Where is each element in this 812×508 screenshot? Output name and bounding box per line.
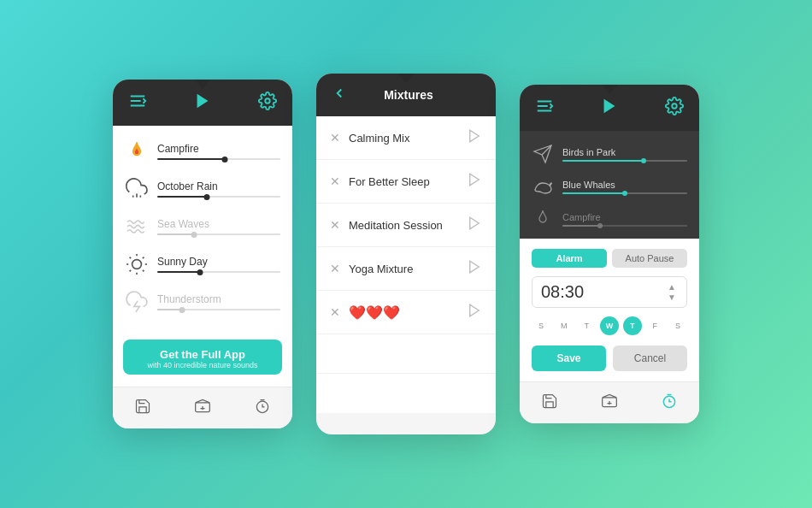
mix-item-empty-1 xyxy=(316,334,496,374)
remove-sleep-mix[interactable]: ✕ xyxy=(330,174,340,188)
thunderstorm-name: Thunderstorm xyxy=(157,293,280,305)
svg-marker-22 xyxy=(470,130,480,142)
sunny-day-slider[interactable] xyxy=(157,271,280,273)
save-button[interactable]: Save xyxy=(532,346,606,371)
cta-container: Get the Full App with 40 incredible natu… xyxy=(113,328,292,387)
campfire-name: Campfire xyxy=(157,143,280,155)
day-tue[interactable]: T xyxy=(577,316,596,335)
alarm-save-icon[interactable] xyxy=(541,393,558,413)
mixtures-content: ✕ Calming Mix ✕ For Better Sleep xyxy=(316,116,496,413)
alarm-campfire-slider[interactable] xyxy=(562,225,687,227)
play-icon[interactable] xyxy=(193,92,212,114)
birds-slider[interactable] xyxy=(562,160,687,162)
october-rain-name: October Rain xyxy=(157,180,280,192)
play-yoga-mix[interactable] xyxy=(467,259,482,278)
panel1-footer xyxy=(113,387,292,428)
tab-alarm[interactable]: Alarm xyxy=(532,249,607,268)
svg-line-12 xyxy=(143,270,144,272)
waves-icon xyxy=(125,215,149,239)
mix-item-empty-2 xyxy=(316,374,496,413)
alarm-campfire-info: Campfire xyxy=(562,212,687,227)
mix-item-sleep: ✕ For Better Sleep xyxy=(316,160,496,204)
sound-list-content: Campfire O xyxy=(113,126,292,387)
mixtures-header: Mixtures xyxy=(316,74,496,116)
svg-point-4 xyxy=(265,98,270,103)
panel1-header xyxy=(113,80,292,126)
birds-info: Birds in Park xyxy=(562,147,687,162)
campfire-icon xyxy=(125,139,149,163)
play-meditation-mix[interactable] xyxy=(467,216,482,234)
mix-item-yoga: ✕ Yoga Mixture xyxy=(316,247,496,291)
action-row: Save Cancel xyxy=(532,346,687,371)
days-row: S M T W T F S xyxy=(532,316,687,335)
time-down-arrow[interactable]: ▼ xyxy=(666,293,678,302)
birds-name: Birds in Park xyxy=(562,147,687,157)
mix-item-meditation: ✕ Meditation Session xyxy=(316,204,496,247)
sun-icon xyxy=(125,252,149,276)
svg-marker-25 xyxy=(470,261,480,273)
svg-marker-26 xyxy=(470,304,480,316)
alarm-campfire-icon xyxy=(532,208,554,230)
time-display[interactable]: 08:30 xyxy=(541,282,584,302)
timer-icon[interactable] xyxy=(254,398,271,418)
october-rain-slider[interactable] xyxy=(157,196,280,198)
alarm-sound-whales: Blue Whales xyxy=(520,170,699,203)
whales-name: Blue Whales xyxy=(562,180,687,190)
remove-calming-mix[interactable]: ✕ xyxy=(330,131,340,145)
time-input-row: 08:30 ▲ ▼ xyxy=(532,276,687,308)
svg-line-11 xyxy=(130,257,132,259)
panel-alarm: Birds in Park Blue Whales xyxy=(520,85,699,423)
get-full-app-button[interactable]: Get the Full App with 40 incredible natu… xyxy=(123,340,282,375)
play-hearts-mix[interactable] xyxy=(467,303,482,322)
whale-icon xyxy=(532,175,554,198)
svg-marker-30 xyxy=(604,99,615,114)
day-fri[interactable]: F xyxy=(645,316,664,335)
play-sleep-mix[interactable] xyxy=(467,172,482,191)
alarm-play-icon[interactable] xyxy=(600,97,619,119)
alarm-campfire-name: Campfire xyxy=(562,212,687,222)
settings-icon[interactable] xyxy=(258,92,277,114)
remove-hearts-mix[interactable]: ✕ xyxy=(330,305,340,319)
mix-list: ✕ Calming Mix ✕ For Better Sleep xyxy=(316,116,496,413)
remove-meditation-mix[interactable]: ✕ xyxy=(330,218,340,232)
bird-icon xyxy=(532,143,554,165)
alarm-settings-icon[interactable] xyxy=(665,97,684,119)
cancel-button[interactable]: Cancel xyxy=(613,346,687,371)
whales-slider[interactable] xyxy=(562,192,687,194)
day-sat[interactable]: S xyxy=(668,316,687,335)
day-thu[interactable]: T xyxy=(623,316,642,335)
play-calming-mix[interactable] xyxy=(467,128,482,147)
sea-waves-info: Sea Waves xyxy=(157,218,280,235)
svg-line-15 xyxy=(130,270,132,272)
alarm-sound-list: Birds in Park Blue Whales xyxy=(520,131,699,239)
save-icon[interactable] xyxy=(134,398,151,418)
alarm-cast-icon[interactable] xyxy=(601,393,618,413)
thunderstorm-slider[interactable] xyxy=(157,309,280,310)
day-sun[interactable]: S xyxy=(532,316,550,335)
hearts-mix-name: ❤️❤️❤️ xyxy=(349,304,458,321)
remove-yoga-mix[interactable]: ✕ xyxy=(330,262,340,275)
calming-mix-name: Calming Mix xyxy=(349,132,458,145)
mixtures-title: Mixtures xyxy=(337,88,480,102)
time-up-arrow[interactable]: ▲ xyxy=(666,283,678,292)
sound-item-campfire: Campfire xyxy=(113,133,292,170)
alarm-timer-icon[interactable] xyxy=(661,393,678,413)
campfire-slider[interactable] xyxy=(157,158,280,160)
sea-waves-slider[interactable] xyxy=(157,233,280,235)
tab-auto-pause[interactable]: Auto Pause xyxy=(612,249,687,268)
day-wed[interactable]: W xyxy=(600,316,619,335)
panel-sound-library: Campfire O xyxy=(113,80,292,428)
sound-list: Campfire O xyxy=(113,126,292,328)
alarm-sound-campfire: Campfire xyxy=(520,203,699,235)
svg-line-16 xyxy=(143,257,144,259)
thunderstorm-info: Thunderstorm xyxy=(157,293,280,310)
alarm-menu-icon[interactable] xyxy=(535,97,554,119)
menu-icon[interactable] xyxy=(128,92,147,114)
sound-item-sea-waves: Sea Waves xyxy=(113,208,292,245)
yoga-mix-name: Yoga Mixture xyxy=(349,263,458,275)
day-mon[interactable]: M xyxy=(555,316,574,335)
cast-icon[interactable] xyxy=(194,398,211,418)
sleep-mix-name: For Better Sleep xyxy=(349,175,458,188)
alarm-sound-birds: Birds in Park xyxy=(520,138,699,170)
svg-point-8 xyxy=(132,260,142,269)
